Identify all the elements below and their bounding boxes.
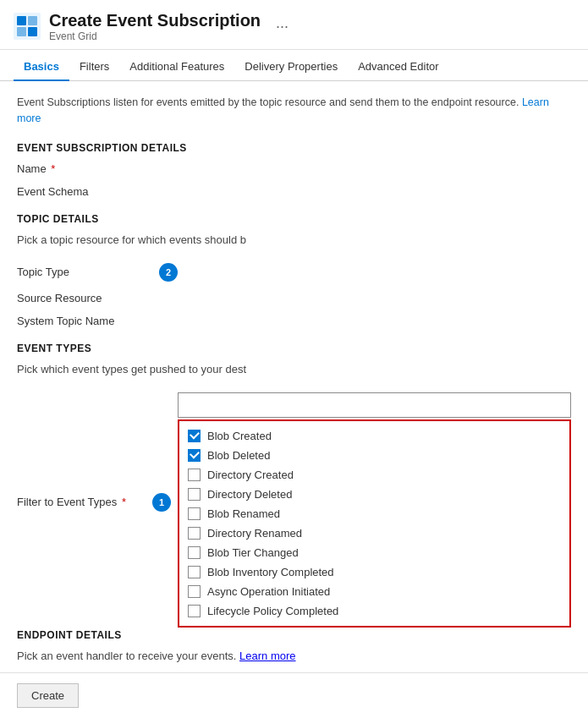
tab-advanced-editor[interactable]: Advanced Editor	[348, 53, 448, 81]
svg-rect-2	[28, 16, 37, 25]
event-types-description-row: Pick which event types get pushed to you…	[17, 363, 571, 382]
event-subscription-details-label: EVENT SUBSCRIPTION DETAILS	[17, 142, 571, 154]
event-type-blob-tier-changed-label: Blob Tier Changed	[207, 546, 299, 559]
system-topic-name-label: System Topic Name	[17, 315, 152, 327]
name-label: Name *	[17, 162, 152, 175]
source-resource-label: Source Resource	[17, 292, 152, 304]
filter-event-types-badge: 1	[152, 493, 171, 512]
checkbox-blob-created[interactable]	[188, 430, 201, 442]
page-header: Create Event Subscription Event Grid ···	[0, 0, 588, 50]
endpoint-learn-more-link[interactable]: Learn more	[239, 649, 295, 662]
topic-type-badge: 2	[159, 263, 178, 282]
event-type-directory-created[interactable]: Directory Created	[179, 465, 569, 485]
tab-basics[interactable]: Basics	[14, 53, 69, 81]
topic-type-row: Topic Type 2	[17, 263, 571, 282]
filter-event-types-row: Filter to Event Types * 1 Blob Created B…	[17, 392, 571, 612]
checkbox-directory-deleted[interactable]	[188, 488, 201, 501]
topic-details-label: TOPIC DETAILS	[17, 213, 571, 225]
event-type-blob-renamed[interactable]: Blob Renamed	[179, 504, 569, 523]
checkbox-blob-inventory-completed[interactable]	[188, 566, 201, 578]
filter-event-types-label: Filter to Event Types *	[17, 496, 152, 508]
event-type-blob-deleted-label: Blob Deleted	[207, 449, 270, 462]
ellipsis-button[interactable]: ···	[271, 16, 294, 37]
source-resource-row: Source Resource	[17, 292, 571, 304]
event-types-description: Pick which event types get pushed to you…	[17, 363, 246, 375]
info-bar: Event Subscriptions listen for events em…	[17, 95, 571, 127]
event-type-blob-inventory-completed-label: Blob Inventory Completed	[207, 566, 334, 578]
event-grid-icon	[14, 13, 41, 40]
event-type-blob-deleted[interactable]: Blob Deleted	[179, 446, 569, 465]
tab-delivery-properties[interactable]: Delivery Properties	[234, 53, 348, 81]
event-type-blob-created[interactable]: Blob Created	[179, 426, 569, 446]
event-schema-label: Event Schema	[17, 185, 152, 198]
endpoint-details-label: ENDPOINT DETAILS	[17, 629, 571, 641]
system-topic-name-row: System Topic Name	[17, 315, 571, 327]
event-type-lifecycle-policy-completed-label: Lifecycle Policy Completed	[207, 605, 338, 617]
tab-additional-features[interactable]: Additional Features	[119, 53, 234, 81]
svg-rect-1	[17, 16, 26, 25]
topic-type-label: Topic Type	[17, 266, 152, 278]
checkbox-blob-tier-changed[interactable]	[188, 546, 201, 559]
topic-description: Pick a topic resource for which events s…	[17, 233, 246, 246]
main-content: Event Subscriptions listen for events em…	[0, 81, 588, 718]
event-type-directory-deleted[interactable]: Directory Deleted	[179, 485, 569, 504]
event-types-container: Blob Created Blob Deleted Directory Crea…	[178, 392, 571, 612]
event-type-search-input[interactable]	[178, 392, 571, 418]
endpoint-description-row: Pick an event handler to receive your ev…	[17, 649, 571, 669]
header-text: Create Event Subscription Event Grid	[49, 10, 261, 42]
name-row: Name *	[17, 162, 571, 175]
svg-rect-3	[17, 27, 26, 36]
create-button[interactable]: Create	[17, 683, 79, 708]
tab-filters[interactable]: Filters	[69, 53, 119, 81]
event-schema-row: Event Schema	[17, 185, 571, 198]
event-types-dropdown-popup: Blob Created Blob Deleted Directory Crea…	[178, 419, 571, 628]
checkbox-directory-created[interactable]	[188, 469, 201, 481]
checkbox-lifecycle-policy-completed[interactable]	[188, 605, 201, 617]
event-type-blob-inventory-completed[interactable]: Blob Inventory Completed	[179, 562, 569, 582]
event-type-blob-renamed-label: Blob Renamed	[207, 507, 280, 520]
checkbox-blob-renamed[interactable]	[188, 507, 201, 520]
svg-rect-4	[28, 27, 37, 36]
event-type-directory-renamed-label: Directory Renamed	[207, 527, 302, 540]
tab-bar: Basics Filters Additional Features Deliv…	[0, 53, 588, 81]
event-type-directory-deleted-label: Directory Deleted	[207, 488, 292, 501]
page-title: Create Event Subscription	[49, 10, 261, 30]
topic-description-row: Pick a topic resource for which events s…	[17, 233, 571, 253]
event-type-lifecycle-policy-completed[interactable]: Lifecycle Policy Completed	[179, 601, 569, 621]
event-type-blob-created-label: Blob Created	[207, 430, 272, 442]
event-types-label: EVENT TYPES	[17, 343, 571, 354]
page-subtitle: Event Grid	[49, 30, 261, 42]
event-type-directory-created-label: Directory Created	[207, 469, 294, 481]
event-type-async-operation-initiated[interactable]: Async Operation Initiated	[179, 582, 569, 601]
event-type-directory-renamed[interactable]: Directory Renamed	[179, 523, 569, 543]
checkbox-directory-renamed[interactable]	[188, 527, 201, 540]
checkbox-async-operation-initiated[interactable]	[188, 585, 201, 598]
event-type-blob-tier-changed[interactable]: Blob Tier Changed	[179, 543, 569, 562]
event-type-async-operation-initiated-label: Async Operation Initiated	[207, 585, 330, 598]
checkbox-blob-deleted[interactable]	[188, 449, 201, 462]
endpoint-description: Pick an event handler to receive your ev…	[17, 649, 296, 662]
footer-bar: Create	[0, 672, 588, 718]
info-text: Event Subscriptions listen for events em…	[17, 96, 519, 108]
